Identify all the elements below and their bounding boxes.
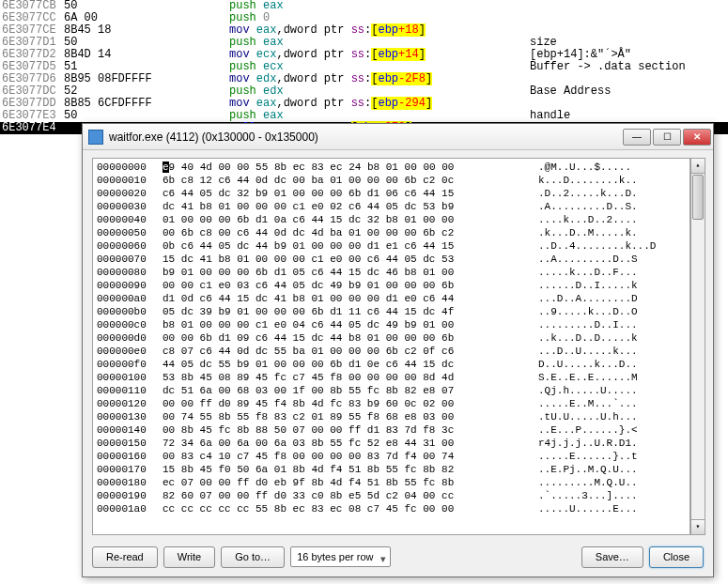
maximize-button[interactable]: ☐ [653, 129, 681, 146]
hex-ascii: .........D..I... [538, 318, 686, 331]
hex-ascii: ....k...D..2.... [538, 213, 686, 226]
button-bar: Re-read Write Go to… 16 bytes per row Sa… [92, 545, 704, 569]
scroll-up-button[interactable]: ▴ [691, 159, 705, 174]
hex-bytes: 00 00 6b d1 09 c6 44 15 dc 44 b8 01 00 0… [163, 331, 538, 345]
hex-bytes: 00 00 c1 e0 03 c6 44 05 dc 49 b9 01 00 0… [163, 279, 538, 292]
hex-view[interactable]: 00000000 e9 40 4d 00 00 55 8b ec 83 ec 2… [92, 158, 690, 535]
hex-offset: 00000050 [97, 226, 163, 239]
hex-row[interactable]: 000000a0 d1 0d c6 44 15 dc 41 b8 01 00 0… [97, 292, 686, 305]
hex-offset: 000000a0 [97, 292, 163, 305]
write-button[interactable]: Write [163, 546, 215, 568]
hex-bytes: dc 51 6a 00 68 03 00 1f 00 8b 55 fc 8b 8… [163, 384, 538, 397]
scroll-down-button[interactable]: ▾ [691, 519, 705, 534]
hex-offset: 00000030 [97, 200, 163, 213]
hex-offset: 000000e0 [97, 345, 163, 358]
hex-ascii: ......D..I.....k [538, 279, 686, 292]
hex-ascii: ..E.Pj..M.Q.U... [538, 463, 686, 476]
hex-row[interactable]: 00000010 6b c8 12 c6 44 0d dc 00 ba 01 0… [97, 174, 686, 187]
comment [530, 0, 728, 12]
hex-row[interactable]: 000000b0 05 dc 39 b9 01 00 00 00 6b d1 1… [97, 305, 686, 318]
bytes: 8B4D 14 [64, 49, 229, 61]
minimize-button[interactable]: — [623, 129, 651, 146]
scroll-thumb[interactable] [692, 175, 704, 220]
disasm-row[interactable]: 6E3077DD8B85 6CFDFFFFmov eax,dword ptr s… [0, 98, 728, 110]
hex-ascii: D..U.....k...D.. [538, 358, 686, 371]
disassembly-pane: 6E3077CB50push eax6E3077CC6A 00push 06E3… [0, 0, 728, 134]
hex-bytes: 00 00 ff d0 89 45 f4 8b 4d fc 83 b9 60 0… [163, 397, 538, 410]
hex-offset: 00000110 [97, 384, 163, 397]
hex-ascii: .`.....3...].... [538, 489, 686, 502]
disasm-row[interactable]: 6E3077CB50push eax [0, 0, 728, 12]
hex-ascii: .@M..U...$..... [538, 161, 686, 174]
hex-ascii: .A.........D..S. [538, 200, 686, 213]
hex-offset: 000000b0 [97, 305, 163, 318]
hex-row[interactable]: 00000040 01 00 00 00 6b d1 0a c6 44 15 d… [97, 213, 686, 226]
hex-row[interactable]: 000000f0 44 05 dc 55 b9 01 00 00 00 6b d… [97, 358, 686, 371]
hex-offset: 00000140 [97, 423, 163, 437]
hex-bytes: 72 34 6a 00 6a 00 6a 03 8b 55 fc 52 e8 4… [163, 437, 538, 450]
hex-ascii: ..9.....k...D..O [538, 305, 686, 318]
close-button[interactable]: Close [649, 546, 704, 568]
comment: Base Address [530, 85, 728, 98]
hex-offset: 00000040 [97, 213, 163, 226]
hex-ascii: .....E..M...`... [538, 397, 686, 410]
disasm-row[interactable]: 6E3077D68B95 08FDFFFFmov edx,dword ptr s… [0, 73, 728, 85]
hex-row[interactable]: 00000120 00 00 ff d0 89 45 f4 8b 4d fc 8… [97, 397, 686, 410]
hex-row[interactable]: 000000d0 00 00 6b d1 09 c6 44 15 dc 44 b… [97, 331, 686, 345]
hex-bytes: c8 07 c6 44 0d dc 55 ba 01 00 00 00 6b c… [163, 345, 538, 358]
hex-ascii: ...D..A........D [538, 292, 686, 305]
hex-offset: 00000180 [97, 476, 163, 489]
disasm-row[interactable]: 6E3077CE8B45 18mov eax,dword ptr ss:[ebp… [0, 24, 728, 37]
hex-bytes: cc cc cc cc cc 55 8b ec 83 ec 08 c7 45 f… [163, 502, 538, 515]
comment: Buffer -> .data section [530, 61, 728, 73]
hex-row[interactable]: 00000150 72 34 6a 00 6a 00 6a 03 8b 55 f… [97, 437, 686, 450]
hex-row[interactable]: 00000020 c6 44 05 dc 32 b9 01 00 00 00 6… [97, 187, 686, 200]
hex-row[interactable]: 00000000 e9 40 4d 00 00 55 8b ec 83 ec 2… [97, 161, 686, 174]
hex-row[interactable]: 00000100 53 8b 45 08 89 45 fc c7 45 f8 0… [97, 371, 686, 384]
hex-row[interactable]: 00000110 dc 51 6a 00 68 03 00 1f 00 8b 5… [97, 384, 686, 397]
bytes-per-row-select[interactable]: 16 bytes per row [290, 546, 391, 567]
hex-row[interactable]: 00000030 dc 41 b8 01 00 00 00 c1 e0 02 c… [97, 200, 686, 213]
hex-row[interactable]: 00000180 ec 07 00 00 ff d0 eb 9f 8b 4d f… [97, 476, 686, 489]
hex-row[interactable]: 00000170 15 8b 45 f0 50 6a 01 8b 4d f4 5… [97, 463, 686, 476]
hex-row[interactable]: 00000090 00 00 c1 e0 03 c6 44 05 dc 49 b… [97, 279, 686, 292]
hex-offset: 000001a0 [97, 502, 163, 515]
hex-offset: 000000f0 [97, 358, 163, 371]
hex-ascii: ..A.........D..S [538, 253, 686, 266]
hex-bytes: 05 dc 39 b9 01 00 00 00 6b d1 11 c6 44 1… [163, 305, 538, 318]
hex-ascii: .Qj.h.....U..... [538, 384, 686, 397]
scrollbar[interactable]: ▴ ▾ [690, 158, 705, 535]
hex-row[interactable]: 00000140 00 8b 45 fc 8b 88 50 07 00 00 f… [97, 423, 686, 437]
hex-offset: 00000170 [97, 463, 163, 476]
close-window-button[interactable]: ✕ [683, 129, 711, 146]
hex-row[interactable]: 000001a0 cc cc cc cc cc 55 8b ec 83 ec 0… [97, 502, 686, 515]
hex-row[interactable]: 00000190 82 60 07 00 00 ff d0 33 c0 8b e… [97, 489, 686, 502]
hex-offset: 00000000 [97, 161, 163, 174]
goto-button[interactable]: Go to… [221, 546, 285, 568]
bytes: 8B95 08FDFFFF [64, 73, 229, 85]
hex-offset: 00000060 [97, 239, 163, 253]
hex-row[interactable]: 00000050 00 6b c8 00 c6 44 0d dc 4d ba 0… [97, 226, 686, 239]
save-button[interactable]: Save… [581, 546, 643, 568]
hex-bytes: b8 01 00 00 00 c1 e0 04 c6 44 05 dc 49 b… [163, 318, 538, 331]
hex-offset: 00000070 [97, 253, 163, 266]
hex-row[interactable]: 00000080 b9 01 00 00 00 6b d1 05 c6 44 1… [97, 266, 686, 279]
titlebar[interactable]: waitfor.exe (4112) (0x130000 - 0x135000)… [83, 124, 713, 150]
window-title: waitfor.exe (4112) (0x130000 - 0x135000) [109, 131, 621, 144]
reread-button[interactable]: Re-read [92, 546, 158, 568]
hex-row[interactable]: 00000130 00 74 55 8b 55 f8 83 c2 01 89 5… [97, 410, 686, 423]
hex-row[interactable]: 000000e0 c8 07 c6 44 0d dc 55 ba 01 00 0… [97, 345, 686, 358]
hex-row[interactable]: 000000c0 b8 01 00 00 00 c1 e0 04 c6 44 0… [97, 318, 686, 331]
hex-bytes: e9 40 4d 00 00 55 8b ec 83 ec 24 b8 01 0… [163, 161, 538, 174]
hex-row[interactable]: 00000160 00 83 c4 10 c7 45 f8 00 00 00 0… [97, 450, 686, 463]
hex-bytes: 15 8b 45 f0 50 6a 01 8b 4d f4 51 8b 55 f… [163, 463, 538, 476]
hex-offset: 00000020 [97, 187, 163, 200]
mnemonic: push eax [229, 0, 530, 12]
hex-row[interactable]: 00000070 15 dc 41 b8 01 00 00 00 c1 e0 0… [97, 253, 686, 266]
hex-ascii: .....k...D..F... [538, 266, 686, 279]
hex-bytes: 53 8b 45 08 89 45 fc c7 45 f8 00 00 00 0… [163, 371, 538, 384]
hex-bytes: 00 8b 45 fc 8b 88 50 07 00 00 ff d1 83 7… [163, 423, 538, 437]
comment [530, 12, 728, 24]
hex-row[interactable]: 00000060 0b c6 44 05 dc 44 b9 01 00 00 0… [97, 239, 686, 253]
hex-bytes: 44 05 dc 55 b9 01 00 00 00 6b d1 0e c6 4… [163, 358, 538, 371]
